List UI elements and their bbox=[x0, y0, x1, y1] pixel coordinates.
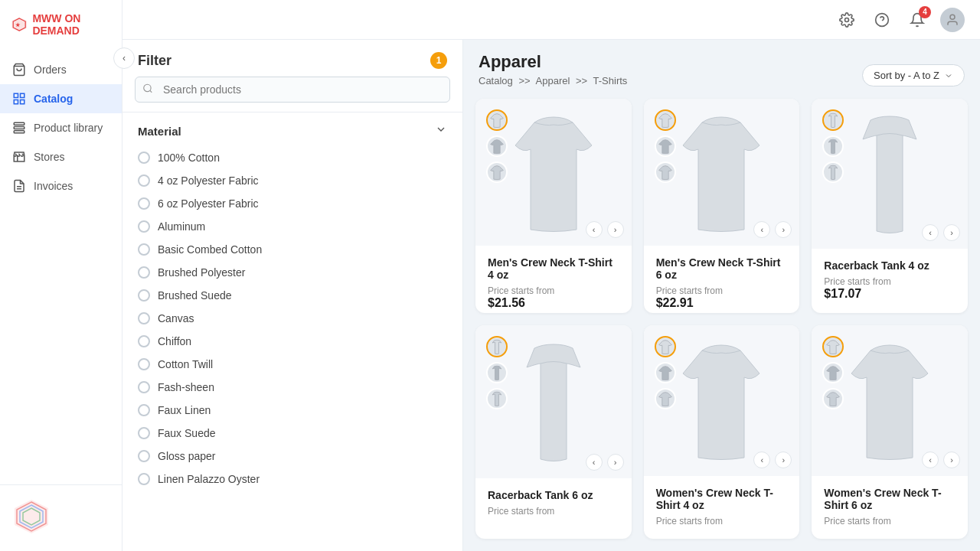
breadcrumb: Catalog >> Apparel >> T-Shirts bbox=[479, 75, 627, 86]
sidebar-item-product-library[interactable]: Product library bbox=[0, 113, 122, 142]
material-item[interactable]: 100% Cotton bbox=[135, 146, 450, 169]
product-prev-button[interactable]: ‹ bbox=[753, 221, 770, 238]
product-info: Men's Crew Neck T-Shirt 6 oz Price start… bbox=[644, 246, 800, 313]
material-item[interactable]: Chiffon bbox=[135, 330, 450, 353]
material-item[interactable]: Aluminum bbox=[135, 215, 450, 238]
radio-button[interactable] bbox=[138, 450, 150, 462]
material-item[interactable]: Canvas bbox=[135, 307, 450, 330]
product-card[interactable]: ‹ › Racerback Tank 4 oz Price starts fro… bbox=[812, 99, 968, 313]
product-thumbnail[interactable] bbox=[486, 161, 508, 183]
sidebar-item-catalog[interactable]: Catalog bbox=[0, 84, 122, 113]
material-label: Aluminum bbox=[158, 220, 205, 233]
radio-button[interactable] bbox=[138, 312, 150, 324]
material-item[interactable]: Brushed Polyester bbox=[135, 261, 450, 284]
notification-button[interactable]: 4 bbox=[905, 8, 929, 32]
radio-button[interactable] bbox=[138, 220, 150, 233]
sort-button[interactable]: Sort by - A to Z bbox=[862, 64, 965, 86]
product-next-button[interactable]: › bbox=[943, 452, 960, 468]
svg-point-17 bbox=[845, 18, 849, 21]
product-thumbnail[interactable] bbox=[822, 161, 844, 183]
product-thumbnail[interactable] bbox=[655, 336, 676, 357]
product-thumbnail[interactable] bbox=[822, 388, 844, 409]
radio-button[interactable] bbox=[138, 289, 150, 302]
product-prev-button[interactable]: ‹ bbox=[586, 221, 603, 238]
material-section-title: Material bbox=[138, 125, 181, 138]
product-thumbnail[interactable] bbox=[655, 109, 676, 131]
sidebar-item-stores[interactable]: Stores bbox=[0, 142, 122, 171]
material-item[interactable]: Gloss paper bbox=[135, 445, 450, 468]
product-thumbnail[interactable] bbox=[486, 388, 508, 409]
product-thumbnail[interactable] bbox=[655, 388, 676, 409]
radio-button[interactable] bbox=[138, 266, 150, 279]
shopping-bag-icon bbox=[12, 63, 26, 77]
material-item[interactable]: 4 oz Polyester Fabric bbox=[135, 169, 450, 192]
product-thumbnail[interactable] bbox=[655, 161, 676, 183]
material-item[interactable]: Basic Combed Cotton bbox=[135, 238, 450, 261]
material-item[interactable]: Cotton Twill bbox=[135, 353, 450, 376]
product-card[interactable]: ‹ › Women's Crew Neck T-Shirt 4 oz Price… bbox=[644, 325, 800, 540]
material-item[interactable]: Brushed Suede bbox=[135, 284, 450, 307]
material-item[interactable]: Linen Palazzo Oyster bbox=[135, 468, 450, 491]
avatar[interactable] bbox=[940, 8, 965, 32]
store-icon bbox=[12, 150, 26, 164]
material-label: Brushed Suede bbox=[158, 289, 232, 302]
product-thumbnail[interactable] bbox=[655, 362, 676, 383]
radio-button[interactable] bbox=[138, 243, 150, 256]
radio-button[interactable] bbox=[138, 381, 150, 393]
product-card[interactable]: ‹ › Racerback Tank 6 oz Price starts fro… bbox=[475, 325, 632, 540]
product-image-area: ‹ › bbox=[644, 99, 800, 246]
product-next-button[interactable]: › bbox=[775, 221, 792, 238]
product-prev-button[interactable]: ‹ bbox=[922, 452, 939, 468]
material-item[interactable]: Faux Suede bbox=[135, 422, 450, 445]
product-thumbnail[interactable] bbox=[486, 109, 508, 131]
product-thumbnail[interactable] bbox=[822, 362, 844, 383]
search-input[interactable] bbox=[135, 77, 450, 103]
product-next-button[interactable]: › bbox=[943, 224, 960, 241]
product-thumbnail[interactable] bbox=[822, 336, 844, 357]
radio-button[interactable] bbox=[138, 473, 150, 485]
product-next-button[interactable]: › bbox=[607, 221, 624, 238]
settings-button[interactable] bbox=[835, 8, 859, 32]
product-name: Racerback Tank 6 oz bbox=[488, 489, 619, 501]
material-item[interactable]: Fash-sheen bbox=[135, 376, 450, 399]
product-thumbnail[interactable] bbox=[486, 135, 508, 157]
radio-button[interactable] bbox=[138, 152, 150, 164]
sidebar-footer bbox=[0, 484, 122, 551]
radio-button[interactable] bbox=[138, 404, 150, 416]
product-info: Women's Crew Neck T-Shirt 6 oz Price sta… bbox=[812, 476, 968, 539]
material-label: Canvas bbox=[158, 312, 194, 324]
product-image-area: ‹ › bbox=[475, 325, 632, 478]
material-item[interactable]: Faux Linen bbox=[135, 399, 450, 422]
material-header[interactable]: Material bbox=[122, 112, 462, 146]
product-thumbnail[interactable] bbox=[822, 135, 844, 157]
product-card[interactable]: ‹ › Women's Crew Neck T-Shirt 6 oz Price… bbox=[812, 325, 968, 540]
sort-label: Sort by - A to Z bbox=[874, 70, 939, 81]
price-label: Price starts from bbox=[488, 506, 619, 517]
radio-button[interactable] bbox=[138, 174, 150, 187]
product-thumbnail[interactable] bbox=[822, 109, 844, 131]
product-thumbnail[interactable] bbox=[486, 362, 508, 383]
product-prev-button[interactable]: ‹ bbox=[922, 224, 939, 241]
product-card[interactable]: ‹ › Men's Crew Neck T-Shirt 6 oz Price s… bbox=[644, 99, 800, 313]
product-next-button[interactable]: › bbox=[607, 454, 624, 471]
product-prev-button[interactable]: ‹ bbox=[586, 454, 603, 471]
product-info: Racerback Tank 4 oz Price starts from $1… bbox=[812, 249, 968, 313]
help-button[interactable] bbox=[870, 8, 894, 32]
search-icon bbox=[142, 83, 153, 96]
radio-button[interactable] bbox=[138, 335, 150, 347]
price-label: Price starts from bbox=[824, 276, 956, 287]
sidebar-item-invoices[interactable]: Invoices bbox=[0, 171, 122, 201]
product-next-button[interactable]: › bbox=[775, 452, 792, 468]
sidebar-item-orders[interactable]: Orders bbox=[0, 55, 122, 84]
radio-button[interactable] bbox=[138, 427, 150, 439]
product-thumbnail[interactable] bbox=[486, 336, 508, 357]
filter-active-count: 1 bbox=[430, 52, 447, 69]
product-card[interactable]: ‹ › Men's Crew Neck T-Shirt 4 oz Price s… bbox=[475, 99, 632, 313]
invoice-icon bbox=[12, 179, 26, 193]
material-item[interactable]: 6 oz Polyester Fabric bbox=[135, 192, 450, 215]
radio-button[interactable] bbox=[138, 197, 150, 210]
product-thumbnail[interactable] bbox=[655, 135, 676, 157]
radio-button[interactable] bbox=[138, 358, 150, 370]
product-prev-button[interactable]: ‹ bbox=[753, 452, 770, 468]
material-filter-section: Material 100% Cotton 4 oz Polyester Fabr… bbox=[122, 112, 462, 551]
